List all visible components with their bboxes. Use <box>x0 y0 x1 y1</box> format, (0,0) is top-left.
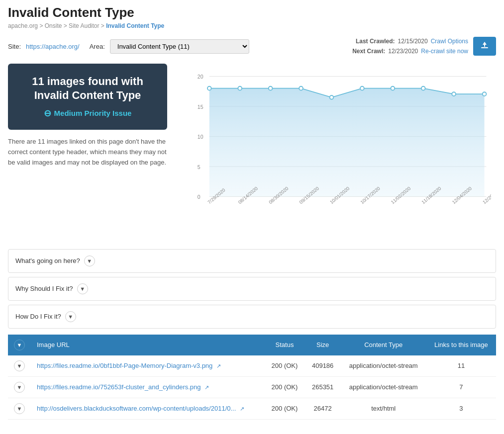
accordion-why-fix-chevron: ▼ <box>77 283 88 294</box>
row-2-content-type: application/octet-stream <box>341 376 426 398</box>
row-2-url: https://files.readme.io/752653f-cluster_… <box>31 376 264 398</box>
issue-box: 11 images found with Invalid Content Typ… <box>8 64 167 130</box>
row-3-external-icon: ↗ <box>240 406 244 412</box>
row-3-expand-btn[interactable]: ▼ <box>14 403 25 414</box>
breadcrumb-current: Invalid Content Type <box>106 22 164 29</box>
accordions: What's going on here? ▼ Why Should I Fix… <box>8 249 496 329</box>
accordion-whats-going-on-header[interactable]: What's going on here? ▼ <box>8 250 496 272</box>
row-1-expand: ▼ <box>8 355 31 377</box>
svg-point-19 <box>391 87 395 90</box>
breadcrumb-apache[interactable]: apache.org <box>8 22 38 29</box>
row-2-external-icon: ↗ <box>204 384 209 390</box>
svg-marker-1 <box>483 42 487 47</box>
recrawl-link[interactable]: Re-crawl site now <box>421 46 468 56</box>
row-1-content-type: application/octet-stream <box>341 355 426 377</box>
next-crawl-row: Next Crawl: 12/23/2020 Re-crawl site now <box>352 46 468 56</box>
accordion-how-fix-label: How Do I Fix it? <box>15 313 61 320</box>
svg-point-22 <box>483 92 487 96</box>
row-3-size: 26472 <box>305 398 341 419</box>
row-3-links: 3 <box>426 398 496 419</box>
last-crawled-row: Last Crawled: 12/15/2020 Crawl Options <box>356 36 468 46</box>
results-table: ▼ Image URL Status Size Content Type Lin… <box>8 335 496 420</box>
row-1-status: 200 (OK) <box>264 355 305 377</box>
last-crawled-date: 12/15/2020 <box>398 36 428 46</box>
top-controls: Site: https://apache.org/ Area: Invalid … <box>8 36 496 57</box>
next-crawl-label: Next Crawl: <box>352 46 385 56</box>
page-container: Invalid Content Type apache.org > Onsite… <box>0 0 504 425</box>
row-3-expand: ▼ <box>8 398 31 419</box>
th-links: Links to this image <box>426 335 496 355</box>
trend-chart: 20 15 10 5 0 <box>195 69 491 218</box>
row-1-size: 409186 <box>305 355 341 377</box>
row-3-url: http://osdelivers.blackducksoftware.com/… <box>31 398 264 419</box>
row-2-url-link[interactable]: https://files.readme.io/752653f-cluster_… <box>37 383 201 391</box>
row-2-links: 7 <box>426 376 496 398</box>
accordion-how-fix-header[interactable]: How Do I Fix it? ▼ <box>8 305 496 328</box>
th-expand: ▼ <box>8 335 31 355</box>
row-2-size: 265351 <box>305 376 341 398</box>
svg-point-14 <box>238 87 242 90</box>
crawl-info: Last Crawled: 12/15/2020 Crawl Options N… <box>352 36 468 57</box>
priority-icon: ⊖ <box>44 108 51 119</box>
row-1-expand-btn[interactable]: ▼ <box>14 360 25 371</box>
export-button[interactable] <box>473 37 496 56</box>
page-title: Invalid Content Type <box>8 5 496 20</box>
accordion-why-fix: Why Should I Fix it? ▼ <box>8 277 496 301</box>
svg-point-15 <box>269 87 273 90</box>
next-crawl-date: 12/23/2020 <box>388 46 418 56</box>
svg-text:10: 10 <box>198 134 203 140</box>
table-header-expand-btn[interactable]: ▼ <box>14 340 25 350</box>
row-1-url-link[interactable]: https://files.readme.io/0bf1bbf-Page-Mem… <box>37 362 212 369</box>
row-1-url: https://files.readme.io/0bf1bbf-Page-Mem… <box>31 355 264 377</box>
chart-container: 20 15 10 5 0 <box>175 64 496 249</box>
issue-priority: ⊖ Medium Priority Issue <box>44 108 132 119</box>
row-2-expand: ▼ <box>8 376 31 398</box>
breadcrumb-site-auditor[interactable]: Site Auditor <box>69 22 99 29</box>
row-3-content-type: text/html <box>341 398 426 419</box>
crawl-options-link[interactable]: Crawl Options <box>431 36 468 46</box>
left-panel: 11 images found with Invalid Content Typ… <box>8 64 167 249</box>
accordion-how-fix: How Do I Fix it? ▼ <box>8 305 496 329</box>
site-link[interactable]: https://apache.org/ <box>26 43 80 50</box>
main-content: 11 images found with Invalid Content Typ… <box>8 64 496 249</box>
accordion-why-fix-label: Why Should I Fix it? <box>15 285 73 292</box>
th-status: Status <box>264 335 305 355</box>
svg-text:20: 20 <box>198 74 203 80</box>
table-row: ▼ https://files.readme.io/0bf1bbf-Page-M… <box>8 355 496 377</box>
svg-text:15: 15 <box>198 104 203 110</box>
row-2-status: 200 (OK) <box>264 376 305 398</box>
th-content-type: Content Type <box>341 335 426 355</box>
svg-point-16 <box>299 87 303 90</box>
issue-count: 11 images found with Invalid Content Typ… <box>17 75 158 103</box>
issue-description: There are 11 images linked on this page … <box>8 130 167 173</box>
svg-point-20 <box>421 87 425 90</box>
row-1-external-icon: ↗ <box>216 363 221 369</box>
accordion-how-fix-chevron: ▼ <box>65 311 76 322</box>
last-crawled-label: Last Crawled: <box>356 36 395 46</box>
svg-text:0: 0 <box>198 194 201 200</box>
svg-point-17 <box>330 95 334 99</box>
svg-point-13 <box>207 87 211 90</box>
table-row: ▼ http://osdelivers.blackducksoftware.co… <box>8 398 496 419</box>
breadcrumb: apache.org > Onsite > Site Auditor > Inv… <box>8 22 496 29</box>
site-label: Site: <box>8 43 21 50</box>
accordion-whats-going-on-label: What's going on here? <box>15 257 80 264</box>
svg-point-21 <box>452 92 456 96</box>
table-header-row: ▼ Image URL Status Size Content Type Lin… <box>8 335 496 355</box>
area-select[interactable]: Invalid Content Type (11) <box>110 39 249 54</box>
th-image-url: Image URL <box>31 335 264 355</box>
table-expand-icon: ▼ <box>17 342 22 348</box>
accordion-whats-going-on-chevron: ▼ <box>84 256 95 266</box>
row-3-url-link[interactable]: http://osdelivers.blackducksoftware.com/… <box>37 405 236 412</box>
data-table-container: ▼ Image URL Status Size Content Type Lin… <box>8 335 496 420</box>
breadcrumb-onsite[interactable]: Onsite <box>45 22 62 29</box>
table-body: ▼ https://files.readme.io/0bf1bbf-Page-M… <box>8 355 496 420</box>
priority-label: Medium Priority Issue <box>54 109 132 117</box>
area-label: Area: <box>90 43 105 50</box>
svg-point-18 <box>360 87 364 90</box>
svg-text:5: 5 <box>198 164 201 170</box>
th-size: Size <box>305 335 341 355</box>
row-2-expand-btn[interactable]: ▼ <box>14 382 25 393</box>
accordion-whats-going-on: What's going on here? ▼ <box>8 249 496 273</box>
accordion-why-fix-header[interactable]: Why Should I Fix it? ▼ <box>8 277 496 300</box>
